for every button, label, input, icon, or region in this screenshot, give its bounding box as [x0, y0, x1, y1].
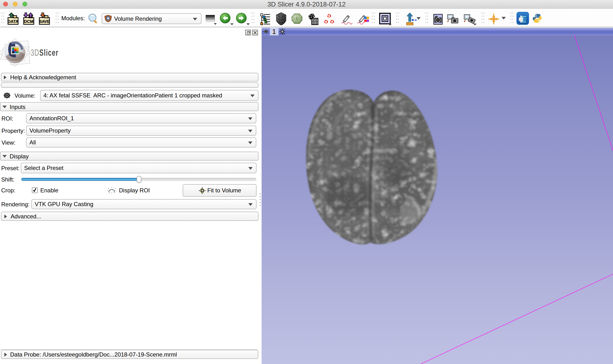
- svg-text:DATA: DATA: [8, 19, 19, 24]
- svg-text:DCM: DCM: [24, 19, 34, 24]
- svg-text:SAVE: SAVE: [39, 20, 50, 24]
